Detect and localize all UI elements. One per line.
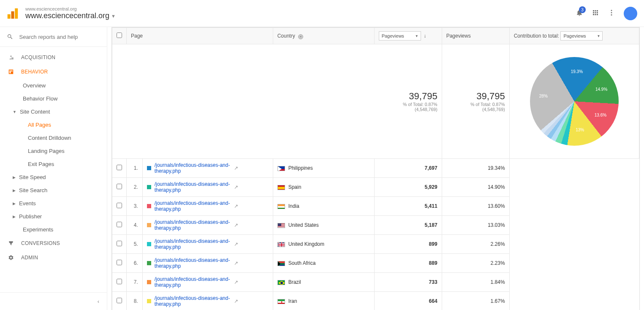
row-checkbox[interactable] xyxy=(117,298,122,303)
sidebar-label: Content Drilldown xyxy=(28,135,71,141)
sidebar-item-behavior-flow[interactable]: Behavior Flow xyxy=(23,92,107,105)
table-row: 4./journals/infectious-diseases-and-ther… xyxy=(112,216,639,235)
svg-rect-16 xyxy=(278,208,285,209)
remove-dimension-icon[interactable]: × xyxy=(298,34,303,39)
page-cell: /journals/infectious-diseases-and-therap… xyxy=(142,178,273,197)
sidebar-item-site-content[interactable]: ▼Site Content xyxy=(13,105,107,118)
sidebar-item-admin[interactable]: ADMIN xyxy=(0,250,107,265)
open-external-icon[interactable]: ↗ xyxy=(234,184,238,190)
app-header: www.esciencecentral.org www.esciencecent… xyxy=(0,0,644,27)
pie-slice-label: 14.9% xyxy=(595,87,607,92)
sidebar-item-landing-pages[interactable]: Landing Pages xyxy=(23,144,107,158)
pageviews-value: 664 xyxy=(374,292,442,310)
sidebar-item-events[interactable]: ▶Events xyxy=(13,197,107,210)
property-selector[interactable]: www.esciencecentral.org ▼ xyxy=(25,11,576,20)
svg-rect-1 xyxy=(11,11,14,19)
open-external-icon[interactable]: ↗ xyxy=(234,203,238,209)
apps-button[interactable] xyxy=(592,9,599,18)
more-button[interactable] xyxy=(608,9,615,18)
row-checkbox[interactable] xyxy=(117,222,122,227)
table-row: 5./journals/infectious-diseases-and-ther… xyxy=(112,235,639,254)
svg-rect-28 xyxy=(278,245,285,245)
page-cell: /journals/infectious-diseases-and-therap… xyxy=(142,197,273,216)
row-checkbox[interactable] xyxy=(117,260,122,265)
sidebar-collapse-button[interactable]: ‹ xyxy=(0,292,107,310)
row-checkbox[interactable] xyxy=(117,279,122,284)
country-cell: United States xyxy=(273,216,374,235)
sidebar-item-exit-pages[interactable]: Exit Pages xyxy=(23,158,107,171)
sidebar-search[interactable] xyxy=(0,27,107,47)
sidebar-item-publisher[interactable]: ▶Publisher xyxy=(13,210,107,223)
sidebar-item-content-drilldown[interactable]: Content Drilldown xyxy=(23,131,107,144)
row-checkbox[interactable] xyxy=(117,184,122,189)
page-cell: /journals/infectious-diseases-and-therap… xyxy=(142,159,273,178)
page-path-link[interactable]: /journals/infectious-diseases-and-therap… xyxy=(155,181,231,193)
row-checkbox[interactable] xyxy=(117,241,122,246)
row-checkbox[interactable] xyxy=(117,203,122,208)
svg-point-4 xyxy=(611,12,612,14)
pie-slice-label: 28% xyxy=(539,94,548,98)
table-row: 8./journals/infectious-diseases-and-ther… xyxy=(112,292,639,310)
row-index: 5. xyxy=(127,235,143,254)
country-flag-icon xyxy=(277,166,285,171)
page-path-link[interactable]: /journals/infectious-diseases-and-therap… xyxy=(155,276,231,288)
select-all-checkbox[interactable] xyxy=(117,33,122,38)
country-cell: Spain xyxy=(273,178,374,197)
sidebar-label: Site Speed xyxy=(19,174,46,180)
notifications-badge: 3 xyxy=(579,6,586,13)
summary-row: 39,795 % of Total: 0.87% (4,548,769) 39,… xyxy=(112,44,639,159)
svg-rect-13 xyxy=(278,187,285,189)
country-cell: India xyxy=(273,197,374,216)
page-path-link[interactable]: /journals/infectious-diseases-and-therap… xyxy=(155,219,231,231)
account-avatar[interactable] xyxy=(624,7,637,20)
page-path-link[interactable]: /journals/infectious-diseases-and-therap… xyxy=(155,238,231,250)
contribution-select[interactable]: Pageviews xyxy=(560,31,603,41)
col-country[interactable]: Country × xyxy=(273,28,374,44)
col-page[interactable]: Page xyxy=(127,28,273,44)
page-path-link[interactable]: /journals/infectious-diseases-and-therap… xyxy=(155,257,231,269)
sidebar-label: Exit Pages xyxy=(28,161,54,167)
property-url: www.esciencecentral.org xyxy=(25,6,576,11)
notifications-button[interactable]: 3 xyxy=(576,9,583,18)
sort-descending-icon[interactable]: ↓ xyxy=(424,33,426,39)
open-external-icon[interactable]: ↗ xyxy=(234,279,238,285)
page-cell: /journals/infectious-diseases-and-therap… xyxy=(142,273,273,292)
sidebar-item-site-speed[interactable]: ▶Site Speed xyxy=(13,171,107,184)
sidebar-item-acquisition[interactable]: ACQUISITION xyxy=(0,50,107,65)
summary-total-2: (4,548,769) xyxy=(446,107,505,112)
series-color-chip xyxy=(147,242,151,246)
row-checkbox[interactable] xyxy=(117,165,122,170)
country-cell: Brazil xyxy=(273,273,374,292)
open-external-icon[interactable]: ↗ xyxy=(234,241,238,247)
search-input[interactable] xyxy=(19,34,100,40)
open-external-icon[interactable]: ↗ xyxy=(234,260,238,266)
page-path-link[interactable]: /journals/infectious-diseases-and-therap… xyxy=(155,200,231,212)
acquisition-icon xyxy=(7,54,15,60)
svg-rect-36 xyxy=(278,299,285,301)
svg-rect-7 xyxy=(10,71,11,73)
sidebar-item-site-search[interactable]: ▶Site Search xyxy=(13,184,107,197)
svg-point-5 xyxy=(611,14,612,16)
pageviews-value: 733 xyxy=(374,273,442,292)
sidebar-item-behavior[interactable]: BEHAVIOR xyxy=(0,65,107,79)
sidebar-label: ACQUISITION xyxy=(21,54,55,60)
page-path-link[interactable]: /journals/infectious-diseases-and-therap… xyxy=(155,162,231,174)
sidebar-item-experiments[interactable]: Experiments xyxy=(23,223,107,236)
open-external-icon[interactable]: ↗ xyxy=(234,222,238,228)
summary-value-2: 39,795 xyxy=(446,91,505,102)
sidebar-label: Publisher xyxy=(19,213,42,220)
chevron-right-icon: ▶ xyxy=(13,188,16,193)
main-content: Page Country × Pageviews ↓ Pageviews Con… xyxy=(107,27,644,310)
sidebar-item-conversions[interactable]: CONVERSIONS xyxy=(0,236,107,250)
series-color-chip xyxy=(147,204,151,208)
pageviews-value: 5,411 xyxy=(374,197,442,216)
sidebar-item-all-pages[interactable]: All Pages xyxy=(23,118,107,131)
metric-select[interactable]: Pageviews xyxy=(379,31,421,41)
col-pageviews-secondary[interactable]: Pageviews xyxy=(442,28,509,44)
summary-pct-2: % of Total: 0.87% xyxy=(446,102,505,107)
open-external-icon[interactable]: ↗ xyxy=(234,298,238,304)
sidebar-item-overview[interactable]: Overview xyxy=(23,79,107,92)
open-external-icon[interactable]: ↗ xyxy=(234,165,238,171)
country-name: India xyxy=(288,203,299,209)
page-path-link[interactable]: /journals/infectious-diseases-and-therap… xyxy=(155,295,231,307)
